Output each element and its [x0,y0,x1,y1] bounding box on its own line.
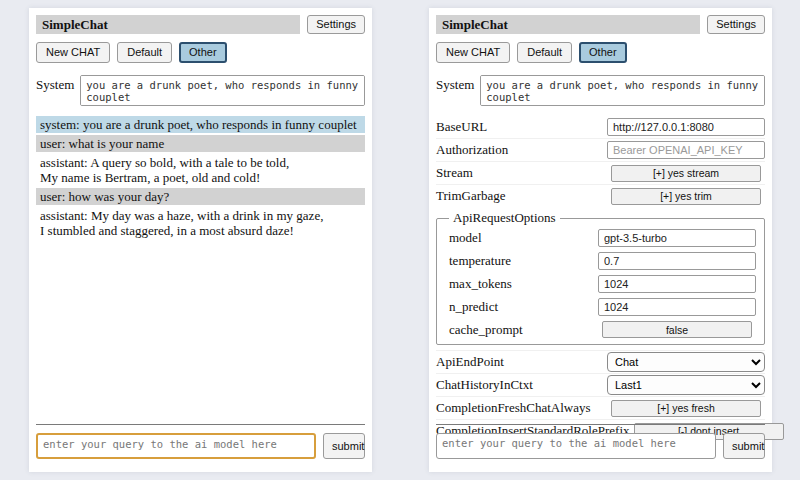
divider [36,424,365,425]
chat-message-user: user: what is your name [36,135,365,152]
system-prompt-input[interactable]: you are a drunk poet, who responds in fu… [480,75,765,106]
api-endpoint-select[interactable]: Chat [607,352,765,372]
setting-row-completion-fresh: CompletionFreshChatAlways [+] yes fresh [436,396,765,419]
setting-row-authorization: Authorization [436,138,765,161]
query-input[interactable] [436,433,716,459]
submit-button[interactable]: submit [323,433,365,459]
system-prompt-row: System you are a drunk poet, who respond… [36,75,365,106]
chat-history-select[interactable]: Last1 [607,375,765,395]
setting-row-n-predict: n_predict [449,295,756,318]
temperature-input[interactable] [598,252,756,270]
setting-row-baseurl: BaseURL [436,115,765,138]
chat-message-system: system: you are a drunk poet, who respon… [36,116,365,133]
api-request-options-group: ApiRequestOptions model temperature max_… [436,210,765,345]
max-tokens-label: max_tokens [449,276,512,292]
trimgarbage-label: TrimGarbage [436,188,506,204]
session-button-other[interactable]: Other [579,42,627,63]
session-button-default[interactable]: Default [517,42,572,63]
api-request-options-legend: ApiRequestOptions [449,210,560,226]
chat-message-assistant: assistant: A query so bold, with a tale … [36,154,365,186]
authorization-label: Authorization [436,142,508,158]
new-chat-button[interactable]: New CHAT [36,42,110,63]
n-predict-label: n_predict [449,299,498,315]
setting-row-cache-prompt: cache_prompt false [449,318,756,341]
model-input[interactable] [598,229,756,247]
new-chat-button[interactable]: New CHAT [436,42,510,63]
setting-row-chat-history: ChatHistoryInCtxt Last1 [436,373,765,396]
session-buttons-row: New CHAT Default Other [36,42,365,63]
setting-row-api-endpoint: ApiEndPoint Chat [436,350,765,373]
setting-row-stream: Stream [+] yes stream [436,161,765,184]
stream-toggle-button[interactable]: [+] yes stream [611,165,761,182]
setting-row-max-tokens: max_tokens [449,272,756,295]
system-label: System [436,75,474,106]
authorization-input[interactable] [607,141,765,159]
submit-button[interactable]: submit [723,433,765,459]
stream-label: Stream [436,165,473,181]
system-prompt-input[interactable]: you are a drunk poet, who responds in fu… [80,75,365,106]
chat-message-user: user: how was your day? [36,188,365,205]
system-prompt-row: System you are a drunk poet, who respond… [436,75,765,106]
chat-panel: SimpleChat Settings New CHAT Default Oth… [29,8,372,472]
session-buttons-row: New CHAT Default Other [436,42,765,63]
cache-prompt-label: cache_prompt [449,322,523,338]
completion-fresh-label: CompletionFreshChatAlways [436,400,591,416]
baseurl-input[interactable] [607,118,765,136]
temperature-label: temperature [449,253,511,269]
chat-message-assistant: assistant: My day was a haze, with a dri… [36,207,365,239]
api-endpoint-label: ApiEndPoint [436,354,504,370]
completion-fresh-toggle-button[interactable]: [+] yes fresh [611,400,761,417]
app-title: SimpleChat [36,15,300,34]
settings-panel: SimpleChat Settings New CHAT Default Oth… [429,8,772,472]
n-predict-input[interactable] [598,298,756,316]
max-tokens-input[interactable] [598,275,756,293]
query-input[interactable] [36,433,316,459]
setting-row-model: model [449,226,756,249]
chat-message-list: system: you are a drunk poet, who respon… [36,116,365,239]
query-area: submit [36,424,365,459]
system-label: System [36,75,74,106]
query-area: submit [436,424,765,459]
divider [436,424,765,425]
session-button-default[interactable]: Default [117,42,172,63]
baseurl-label: BaseURL [436,119,487,135]
app-title: SimpleChat [436,15,700,34]
session-button-other[interactable]: Other [179,42,227,63]
titlebar: SimpleChat Settings [36,15,365,34]
setting-row-temperature: temperature [449,249,756,272]
cache-prompt-toggle-button[interactable]: false [602,321,752,338]
trimgarbage-toggle-button[interactable]: [+] yes trim [611,188,761,205]
settings-list: BaseURL Authorization Stream [+] yes str… [436,115,765,442]
titlebar: SimpleChat Settings [436,15,765,34]
model-label: model [449,230,482,246]
chat-history-label: ChatHistoryInCtxt [436,377,533,393]
settings-button[interactable]: Settings [307,15,365,34]
setting-row-trimgarbage: TrimGarbage [+] yes trim [436,184,765,207]
settings-button[interactable]: Settings [707,15,765,34]
